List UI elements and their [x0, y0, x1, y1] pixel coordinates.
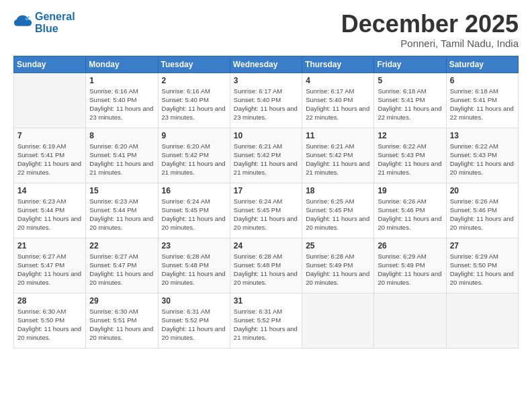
- day-info: Sunrise: 6:26 AM Sunset: 5:46 PM Dayligh…: [378, 197, 442, 232]
- day-info: Sunrise: 6:28 AM Sunset: 5:49 PM Dayligh…: [306, 252, 370, 287]
- header-tuesday: Tuesday: [158, 56, 230, 73]
- header-sunday: Sunday: [14, 56, 86, 73]
- calendar-cell: [446, 293, 518, 348]
- calendar-cell: 2Sunrise: 6:16 AM Sunset: 5:40 PM Daylig…: [158, 73, 230, 128]
- day-info: Sunrise: 6:18 AM Sunset: 5:41 PM Dayligh…: [450, 87, 515, 122]
- day-info: Sunrise: 6:23 AM Sunset: 5:44 PM Dayligh…: [89, 197, 154, 232]
- day-info: Sunrise: 6:24 AM Sunset: 5:45 PM Dayligh…: [234, 197, 298, 232]
- week-row-1: 1Sunrise: 6:16 AM Sunset: 5:40 PM Daylig…: [14, 73, 519, 128]
- calendar-cell: 31Sunrise: 6:31 AM Sunset: 5:52 PM Dayli…: [230, 293, 302, 348]
- calendar-cell: 20Sunrise: 6:26 AM Sunset: 5:46 PM Dayli…: [446, 183, 518, 238]
- day-number: 3: [234, 76, 298, 85]
- page: General Blue December 2025 Ponneri, Tami…: [0, 0, 532, 411]
- day-info: Sunrise: 6:30 AM Sunset: 5:51 PM Dayligh…: [89, 307, 154, 342]
- logo-text: General Blue: [35, 11, 75, 35]
- title-area: December 2025 Ponneri, Tamil Nadu, India: [341, 11, 519, 49]
- calendar-cell: 23Sunrise: 6:28 AM Sunset: 5:48 PM Dayli…: [158, 238, 230, 293]
- header-thursday: Thursday: [302, 56, 374, 73]
- day-number: 8: [89, 131, 154, 140]
- day-number: 27: [450, 241, 515, 250]
- day-info: Sunrise: 6:17 AM Sunset: 5:40 PM Dayligh…: [306, 87, 370, 122]
- calendar-cell: 21Sunrise: 6:27 AM Sunset: 5:47 PM Dayli…: [14, 238, 86, 293]
- calendar-cell: [302, 293, 374, 348]
- calendar-cell: 10Sunrise: 6:21 AM Sunset: 5:42 PM Dayli…: [230, 128, 302, 183]
- calendar-cell: 1Sunrise: 6:16 AM Sunset: 5:40 PM Daylig…: [86, 73, 158, 128]
- calendar-cell: 13Sunrise: 6:22 AM Sunset: 5:43 PM Dayli…: [446, 128, 518, 183]
- day-number: 22: [89, 241, 154, 250]
- calendar-cell: 8Sunrise: 6:20 AM Sunset: 5:41 PM Daylig…: [86, 128, 158, 183]
- calendar-cell: 28Sunrise: 6:30 AM Sunset: 5:50 PM Dayli…: [14, 293, 86, 348]
- month-title: December 2025: [341, 11, 519, 38]
- calendar-cell: 4Sunrise: 6:17 AM Sunset: 5:40 PM Daylig…: [302, 73, 374, 128]
- week-row-5: 28Sunrise: 6:30 AM Sunset: 5:50 PM Dayli…: [14, 293, 519, 348]
- day-number: 16: [162, 186, 226, 195]
- day-info: Sunrise: 6:16 AM Sunset: 5:40 PM Dayligh…: [162, 87, 226, 122]
- calendar-cell: 18Sunrise: 6:25 AM Sunset: 5:45 PM Dayli…: [302, 183, 374, 238]
- day-info: Sunrise: 6:27 AM Sunset: 5:47 PM Dayligh…: [17, 252, 82, 287]
- day-info: Sunrise: 6:19 AM Sunset: 5:41 PM Dayligh…: [17, 142, 82, 177]
- day-number: 14: [17, 186, 82, 195]
- day-info: Sunrise: 6:24 AM Sunset: 5:45 PM Dayligh…: [162, 197, 226, 232]
- day-number: 30: [162, 296, 226, 306]
- location: Ponneri, Tamil Nadu, India: [341, 38, 519, 49]
- day-info: Sunrise: 6:29 AM Sunset: 5:49 PM Dayligh…: [378, 252, 442, 287]
- day-number: 31: [234, 296, 298, 306]
- week-row-4: 21Sunrise: 6:27 AM Sunset: 5:47 PM Dayli…: [14, 238, 519, 293]
- day-number: 13: [450, 131, 515, 140]
- day-number: 15: [89, 186, 154, 195]
- day-info: Sunrise: 6:23 AM Sunset: 5:44 PM Dayligh…: [17, 197, 82, 232]
- calendar-cell: 11Sunrise: 6:21 AM Sunset: 5:42 PM Dayli…: [302, 128, 374, 183]
- day-number: 19: [378, 186, 442, 195]
- calendar-cell: 12Sunrise: 6:22 AM Sunset: 5:43 PM Dayli…: [374, 128, 446, 183]
- calendar-cell: 19Sunrise: 6:26 AM Sunset: 5:46 PM Dayli…: [374, 183, 446, 238]
- header-monday: Monday: [86, 56, 158, 73]
- calendar-cell: [374, 293, 446, 348]
- day-number: 5: [378, 76, 442, 85]
- day-info: Sunrise: 6:20 AM Sunset: 5:41 PM Dayligh…: [89, 142, 154, 177]
- day-info: Sunrise: 6:31 AM Sunset: 5:52 PM Dayligh…: [162, 307, 226, 342]
- day-number: 2: [162, 76, 226, 85]
- weekday-header-row: Sunday Monday Tuesday Wednesday Thursday…: [14, 56, 519, 73]
- day-number: 28: [17, 296, 82, 306]
- calendar-cell: 30Sunrise: 6:31 AM Sunset: 5:52 PM Dayli…: [158, 293, 230, 348]
- day-number: 10: [234, 131, 298, 140]
- logo-icon: [13, 13, 32, 32]
- day-number: 20: [450, 186, 515, 195]
- day-number: 25: [306, 241, 370, 250]
- day-info: Sunrise: 6:26 AM Sunset: 5:46 PM Dayligh…: [450, 197, 515, 232]
- day-info: Sunrise: 6:16 AM Sunset: 5:40 PM Dayligh…: [89, 87, 154, 122]
- calendar-cell: 25Sunrise: 6:28 AM Sunset: 5:49 PM Dayli…: [302, 238, 374, 293]
- calendar-cell: [14, 73, 86, 128]
- day-number: 7: [17, 131, 82, 140]
- day-number: 17: [234, 186, 298, 195]
- day-number: 26: [378, 241, 442, 250]
- day-number: 24: [234, 241, 298, 250]
- day-info: Sunrise: 6:17 AM Sunset: 5:40 PM Dayligh…: [234, 87, 298, 122]
- calendar-cell: 3Sunrise: 6:17 AM Sunset: 5:40 PM Daylig…: [230, 73, 302, 128]
- calendar-cell: 22Sunrise: 6:27 AM Sunset: 5:47 PM Dayli…: [86, 238, 158, 293]
- day-info: Sunrise: 6:18 AM Sunset: 5:41 PM Dayligh…: [378, 87, 442, 122]
- day-info: Sunrise: 6:28 AM Sunset: 5:48 PM Dayligh…: [234, 252, 298, 287]
- calendar-table: Sunday Monday Tuesday Wednesday Thursday…: [13, 56, 519, 349]
- day-info: Sunrise: 6:29 AM Sunset: 5:50 PM Dayligh…: [450, 252, 515, 287]
- calendar-cell: 14Sunrise: 6:23 AM Sunset: 5:44 PM Dayli…: [14, 183, 86, 238]
- header-friday: Friday: [374, 56, 446, 73]
- day-info: Sunrise: 6:30 AM Sunset: 5:50 PM Dayligh…: [17, 307, 82, 342]
- day-number: 23: [162, 241, 226, 250]
- day-info: Sunrise: 6:28 AM Sunset: 5:48 PM Dayligh…: [162, 252, 226, 287]
- day-info: Sunrise: 6:21 AM Sunset: 5:42 PM Dayligh…: [306, 142, 370, 177]
- day-info: Sunrise: 6:22 AM Sunset: 5:43 PM Dayligh…: [450, 142, 515, 177]
- calendar-cell: 24Sunrise: 6:28 AM Sunset: 5:48 PM Dayli…: [230, 238, 302, 293]
- calendar-cell: 5Sunrise: 6:18 AM Sunset: 5:41 PM Daylig…: [374, 73, 446, 128]
- week-row-2: 7Sunrise: 6:19 AM Sunset: 5:41 PM Daylig…: [14, 128, 519, 183]
- day-number: 9: [162, 131, 226, 140]
- day-number: 12: [378, 131, 442, 140]
- day-number: 29: [89, 296, 154, 306]
- calendar-cell: 15Sunrise: 6:23 AM Sunset: 5:44 PM Dayli…: [86, 183, 158, 238]
- day-info: Sunrise: 6:20 AM Sunset: 5:42 PM Dayligh…: [162, 142, 226, 177]
- calendar-cell: 16Sunrise: 6:24 AM Sunset: 5:45 PM Dayli…: [158, 183, 230, 238]
- day-number: 4: [306, 76, 370, 85]
- calendar-cell: 9Sunrise: 6:20 AM Sunset: 5:42 PM Daylig…: [158, 128, 230, 183]
- calendar-cell: 27Sunrise: 6:29 AM Sunset: 5:50 PM Dayli…: [446, 238, 518, 293]
- day-number: 21: [17, 241, 82, 250]
